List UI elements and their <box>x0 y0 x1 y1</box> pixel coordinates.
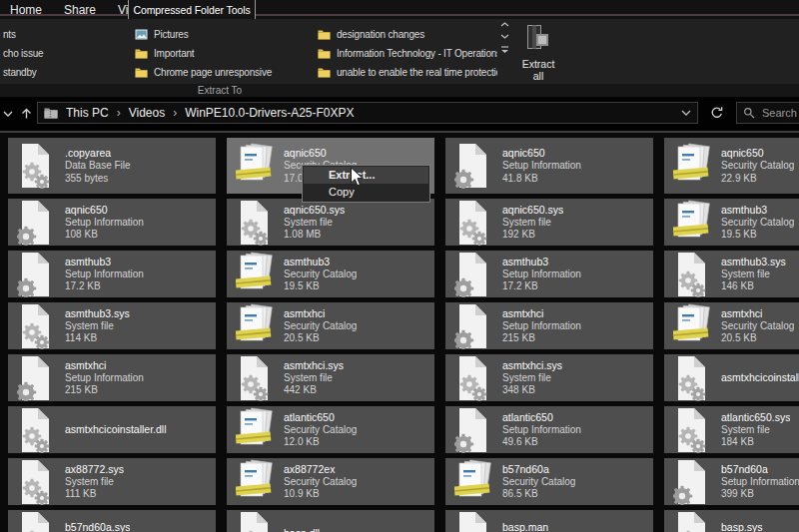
gallery-up-icon[interactable] <box>500 22 509 27</box>
security-catalog-icon <box>236 407 274 453</box>
context-menu: Extract...Copy <box>302 165 430 203</box>
folder-icon <box>135 48 148 59</box>
system-file-icon <box>17 143 55 189</box>
extract-destination-item[interactable]: Pictures <box>132 25 315 44</box>
extract-destination-item[interactable]: nts <box>0 25 132 44</box>
system-file-icon <box>17 511 55 532</box>
file-size: 399 KB <box>721 488 799 501</box>
file-name: asmthub3 <box>284 256 357 268</box>
file-tile[interactable]: atlantic650Setup Information49.6 KB <box>445 406 653 453</box>
file-tile[interactable]: asmthub3.sysSystem file114 KB <box>8 302 216 349</box>
file-tile[interactable]: asmtxhci.sysSystem file442 KB <box>227 354 434 401</box>
file-tile[interactable]: basp.dll <box>227 510 434 532</box>
extract-destination-item[interactable]: Chrome page unresponsive <box>132 63 315 82</box>
extract-destination-item[interactable]: Information Technology - IT Operations <box>315 44 497 63</box>
file-type: Setup Information <box>721 476 799 489</box>
file-name: aqnic650 <box>502 147 581 160</box>
system-file-icon <box>454 200 492 246</box>
file-tile[interactable]: asmthub3Security Catalog19.5 KB <box>227 251 434 297</box>
file-tile[interactable]: asmtxhcicoinstaller.dll <box>664 354 799 401</box>
file-tile[interactable]: asmtxhciSetup Information215 KB <box>445 302 653 349</box>
file-tile[interactable]: asmtxhcicoinstaller.dll <box>8 406 216 453</box>
file-tile[interactable]: ax88772exSecurity Catalog10.9 KB <box>227 458 434 505</box>
system-file-icon <box>454 355 492 401</box>
gallery-down-icon[interactable] <box>500 34 509 39</box>
security-catalog-icon <box>673 143 711 189</box>
file-tile[interactable]: asmtxhci.sysSystem file348 KB <box>445 354 653 401</box>
file-type: System file <box>284 372 344 385</box>
extract-destination-item[interactable]: unable to enable the real time protectio… <box>315 63 497 82</box>
security-catalog-icon <box>673 303 711 349</box>
file-size: 192 KB <box>502 229 563 242</box>
context-menu-item-copy[interactable]: Copy <box>304 184 428 201</box>
file-tile[interactable]: b57nd60aSecurity Catalog86.5 KB <box>445 458 653 505</box>
file-tile[interactable]: ax88772.sysSystem file111 KB <box>8 458 216 505</box>
file-tile[interactable]: b57nd60aSetup Information399 KB <box>664 458 799 505</box>
file-tile[interactable]: asmtxhciSecurity Catalog20.5 KB <box>227 302 434 349</box>
extract-destination-item[interactable]: Important <box>132 44 315 63</box>
file-type: Setup Information <box>502 160 581 173</box>
system-file-icon <box>673 511 711 532</box>
file-tile[interactable]: atlantic650.sysSystem file184 KB <box>664 406 799 453</box>
file-tile[interactable]: aqnic650.sysSystem file1.08 MB <box>227 199 434 246</box>
extract-destination-item[interactable]: designation changes <box>315 25 497 44</box>
recent-locations-button[interactable] <box>0 97 16 130</box>
file-type: Setup Information <box>502 424 581 437</box>
file-tile[interactable]: aqnic650Security Catalog22.9 KB <box>664 138 799 194</box>
file-size: 22.9 KB <box>721 173 794 186</box>
file-tile[interactable]: b57nd60a.sysSystem file <box>8 510 216 532</box>
file-tile[interactable]: basp.sysSystem file <box>664 510 799 532</box>
file-type: System file <box>502 217 563 230</box>
extract-destination-item[interactable]: standby <box>0 63 132 82</box>
file-tile[interactable]: asmtxhciSetup Information215 KB <box>8 354 216 401</box>
file-tile[interactable]: aqnic650Setup Information41.8 KB <box>445 138 653 194</box>
folder-icon <box>318 48 331 59</box>
gallery-more-icon[interactable] <box>500 46 509 54</box>
tab-compressed-folder-tools[interactable]: Compressed Folder Tools <box>128 0 256 20</box>
file-tile[interactable]: atlantic650Security Catalog12.0 KB <box>227 406 434 453</box>
system-file-icon <box>236 511 274 532</box>
file-size: 442 KB <box>284 384 344 397</box>
breadcrumb-item[interactable]: WinPE10.0-Drivers-A25-F0XPX <box>185 106 354 120</box>
chevron-down-icon <box>3 111 13 117</box>
refresh-button[interactable] <box>703 102 731 124</box>
folder-icon <box>318 67 331 78</box>
extract-destination-label: unable to enable the real time protectio… <box>337 67 497 78</box>
setup-information-icon <box>673 459 711 505</box>
context-menu-item-extract[interactable]: Extract... <box>304 167 428 184</box>
file-tile[interactable]: basp.manMAN File <box>445 510 653 532</box>
file-name: asmtxhci <box>721 307 794 320</box>
system-file-icon <box>17 407 55 453</box>
file-tile[interactable]: .copyareaData Base File355 bytes <box>8 138 216 194</box>
address-dropdown-button[interactable] <box>681 110 693 116</box>
extract-destination-label: Pictures <box>154 29 189 40</box>
breadcrumb: This PC›Videos›WinPE10.0-Drivers-A25-F0X… <box>66 106 681 120</box>
breadcrumb-item[interactable]: Videos <box>129 106 165 120</box>
file-size: 20.5 KB <box>721 332 794 345</box>
file-size: 1.08 MB <box>284 229 345 242</box>
extract-destination-item[interactable]: cho issue <box>0 44 132 63</box>
up-one-level-button[interactable] <box>16 97 36 130</box>
file-name: asmtxhci.sys <box>284 359 344 372</box>
file-tile[interactable]: asmthub3.sysSystem file146 KB <box>664 251 799 297</box>
security-catalog-icon <box>673 200 711 246</box>
file-tile[interactable]: asmthub3Setup Information17.2 KB <box>445 251 653 297</box>
file-name: b57nd60a.sys <box>65 521 130 532</box>
file-tile[interactable]: aqnic650Setup Information108 KB <box>8 199 216 246</box>
system-file-icon <box>17 303 55 349</box>
breadcrumb-item[interactable]: This PC <box>66 106 109 120</box>
folder-icon <box>135 67 148 78</box>
file-tile[interactable]: asmthub3Security Catalog19.5 KB <box>664 199 799 246</box>
file-type: System file <box>284 217 345 230</box>
extract-all-button[interactable]: Extract all <box>509 21 567 82</box>
file-tile[interactable]: asmtxhciSecurity Catalog20.5 KB <box>664 302 799 349</box>
search-input[interactable]: Search <box>736 102 799 124</box>
extract-destination-label: nts <box>3 29 16 40</box>
file-tile[interactable]: aqnic650.sysSystem file192 KB <box>445 199 653 246</box>
file-size: 10.9 KB <box>284 488 357 501</box>
address-input[interactable]: This PC›Videos›WinPE10.0-Drivers-A25-F0X… <box>37 102 698 124</box>
file-name: asmtxhcicoinstaller.dll <box>721 371 799 384</box>
system-file-icon <box>236 200 274 246</box>
file-tile[interactable]: asmthub3Setup Information17.2 KB <box>8 251 216 297</box>
file-name: .copyarea <box>65 147 131 160</box>
